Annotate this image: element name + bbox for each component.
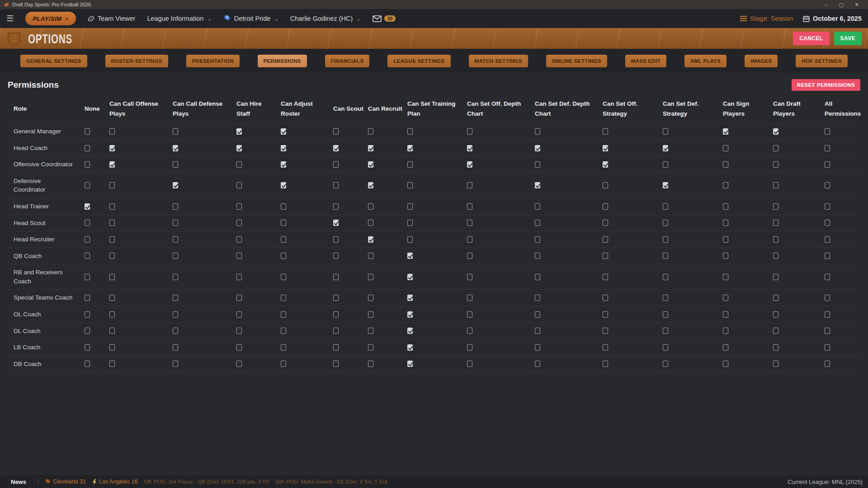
permission-checkbox-can-adjust-roster[interactable] <box>281 161 286 168</box>
permission-checkbox-can-call-offense-plays[interactable] <box>109 203 115 210</box>
permission-checkbox-can-set-off-depth-chart[interactable] <box>467 220 472 226</box>
tab-financials[interactable]: FINANCIALS <box>325 55 370 67</box>
permission-checkbox-can-set-off-depth-chart[interactable] <box>467 311 472 318</box>
permission-checkbox-can-sign-players[interactable] <box>723 236 728 243</box>
permission-checkbox-all-permissions[interactable] <box>825 274 830 280</box>
permission-checkbox-can-call-offense-plays[interactable] <box>109 311 115 318</box>
permission-checkbox-can-set-off-strategy[interactable] <box>603 328 608 334</box>
permission-checkbox-can-call-defense-plays[interactable] <box>173 274 178 280</box>
permission-checkbox-can-set-def-depth-chart[interactable] <box>535 145 540 151</box>
permission-checkbox-can-call-defense-plays[interactable] <box>173 161 178 168</box>
permission-checkbox-can-adjust-roster[interactable] <box>281 344 286 351</box>
permission-checkbox-can-call-defense-plays[interactable] <box>173 236 178 243</box>
permission-checkbox-can-set-def-strategy[interactable] <box>663 361 668 367</box>
permission-checkbox-can-hire-staff[interactable] <box>236 344 242 351</box>
permission-checkbox-can-draft-players[interactable] <box>773 344 778 351</box>
permission-checkbox-can-call-defense-plays[interactable] <box>173 361 178 367</box>
permission-checkbox-can-set-off-strategy[interactable] <box>603 236 608 243</box>
nav-team-viewer[interactable]: Team Viewer <box>88 15 136 22</box>
permission-checkbox-none[interactable] <box>85 311 90 318</box>
permission-checkbox-can-set-def-strategy[interactable] <box>663 344 668 351</box>
permission-checkbox-can-scout[interactable] <box>333 311 339 318</box>
permission-checkbox-can-draft-players[interactable] <box>773 128 778 135</box>
nav-league-information[interactable]: League Information ⌄ <box>147 15 211 22</box>
permission-checkbox-can-set-def-depth-chart[interactable] <box>535 295 540 301</box>
permission-checkbox-can-draft-players[interactable] <box>773 161 778 168</box>
permission-checkbox-can-adjust-roster[interactable] <box>281 236 286 243</box>
permission-checkbox-can-draft-players[interactable] <box>773 274 778 280</box>
permission-checkbox-can-set-def-depth-chart[interactable] <box>535 236 540 243</box>
menu-icon[interactable]: ☰ <box>6 14 14 23</box>
permission-checkbox-can-hire-staff[interactable] <box>236 311 242 318</box>
permission-checkbox-can-recruit[interactable] <box>368 274 373 280</box>
minimize-button[interactable]: – <box>818 2 834 7</box>
permission-checkbox-can-adjust-roster[interactable] <box>281 253 286 259</box>
permission-checkbox-can-hire-staff[interactable] <box>236 295 242 301</box>
permission-checkbox-can-sign-players[interactable] <box>723 361 728 367</box>
permission-checkbox-can-set-training-plan[interactable] <box>407 311 413 318</box>
permission-checkbox-none[interactable] <box>85 295 90 301</box>
permission-checkbox-can-set-def-depth-chart[interactable] <box>535 253 540 259</box>
permission-checkbox-can-set-def-strategy[interactable] <box>663 220 668 226</box>
permission-checkbox-can-sign-players[interactable] <box>723 145 728 151</box>
permission-checkbox-all-permissions[interactable] <box>825 161 830 168</box>
permission-checkbox-can-call-offense-plays[interactable] <box>109 182 115 188</box>
permission-checkbox-none[interactable] <box>85 361 90 367</box>
permission-checkbox-can-set-training-plan[interactable] <box>407 328 413 334</box>
permission-checkbox-can-set-def-strategy[interactable] <box>663 128 668 135</box>
stage-indicator[interactable]: Stage: Season <box>740 15 793 22</box>
close-button[interactable]: ✕ <box>849 2 864 8</box>
reset-permissions-button[interactable]: RESET PERMISSIONS <box>792 79 860 91</box>
permission-checkbox-none[interactable] <box>85 203 90 210</box>
permission-checkbox-can-set-def-strategy[interactable] <box>663 161 668 168</box>
permission-checkbox-can-call-offense-plays[interactable] <box>109 220 115 226</box>
permission-checkbox-can-draft-players[interactable] <box>773 145 778 151</box>
permission-checkbox-can-set-training-plan[interactable] <box>407 220 413 226</box>
tab-general-settings[interactable]: GENERAL SETTINGS <box>20 55 87 67</box>
permission-checkbox-all-permissions[interactable] <box>825 203 830 210</box>
permission-checkbox-can-set-off-strategy[interactable] <box>603 253 608 259</box>
permission-checkbox-can-set-def-depth-chart[interactable] <box>535 203 540 210</box>
permission-checkbox-can-adjust-roster[interactable] <box>281 182 286 188</box>
permission-checkbox-none[interactable] <box>85 236 90 243</box>
permission-checkbox-can-set-def-depth-chart[interactable] <box>535 220 540 226</box>
permission-checkbox-all-permissions[interactable] <box>825 128 830 135</box>
cancel-button[interactable]: CANCEL <box>793 32 829 45</box>
permission-checkbox-none[interactable] <box>85 253 90 259</box>
permission-checkbox-can-draft-players[interactable] <box>773 203 778 210</box>
tab-hof-settings[interactable]: HOF SETTINGS <box>796 55 848 67</box>
permission-checkbox-all-permissions[interactable] <box>825 311 830 318</box>
permission-checkbox-can-call-defense-plays[interactable] <box>173 344 178 351</box>
permission-checkbox-can-call-offense-plays[interactable] <box>109 253 115 259</box>
permission-checkbox-can-set-off-strategy[interactable] <box>603 182 608 188</box>
permission-checkbox-can-set-off-depth-chart[interactable] <box>467 203 472 210</box>
permission-checkbox-can-set-training-plan[interactable] <box>407 161 413 168</box>
permission-checkbox-can-recruit[interactable] <box>368 295 373 301</box>
maximize-button[interactable]: ▢ <box>834 2 849 8</box>
tab-match-settings[interactable]: MATCH SETTINGS <box>469 55 528 67</box>
permission-checkbox-can-set-def-strategy[interactable] <box>663 311 668 318</box>
permission-checkbox-can-set-off-strategy[interactable] <box>603 295 608 301</box>
permission-checkbox-none[interactable] <box>85 344 90 351</box>
tab-league-settings[interactable]: LEAGUE SETTINGS <box>387 55 450 67</box>
permission-checkbox-can-scout[interactable] <box>333 182 339 188</box>
permission-checkbox-can-scout[interactable] <box>333 145 339 151</box>
tab-images[interactable]: IMAGES <box>745 55 778 67</box>
permission-checkbox-can-scout[interactable] <box>333 128 339 135</box>
permission-checkbox-can-set-def-strategy[interactable] <box>663 182 668 188</box>
permission-checkbox-can-set-off-depth-chart[interactable] <box>467 344 472 351</box>
permission-checkbox-none[interactable] <box>85 145 90 151</box>
permission-checkbox-can-set-def-depth-chart[interactable] <box>535 274 540 280</box>
permission-checkbox-can-set-def-depth-chart[interactable] <box>535 361 540 367</box>
permission-checkbox-can-recruit[interactable] <box>368 361 373 367</box>
permission-checkbox-can-set-training-plan[interactable] <box>407 203 413 210</box>
permission-checkbox-can-set-off-strategy[interactable] <box>603 128 608 135</box>
permission-checkbox-can-recruit[interactable] <box>368 203 373 210</box>
permission-checkbox-can-call-offense-plays[interactable] <box>109 236 115 243</box>
permission-checkbox-can-adjust-roster[interactable] <box>281 203 286 210</box>
permission-checkbox-can-call-offense-plays[interactable] <box>109 161 115 168</box>
permission-checkbox-can-sign-players[interactable] <box>723 311 728 318</box>
permission-checkbox-can-call-defense-plays[interactable] <box>173 220 178 226</box>
permission-checkbox-all-permissions[interactable] <box>825 253 830 259</box>
permission-checkbox-can-set-off-depth-chart[interactable] <box>467 128 472 135</box>
